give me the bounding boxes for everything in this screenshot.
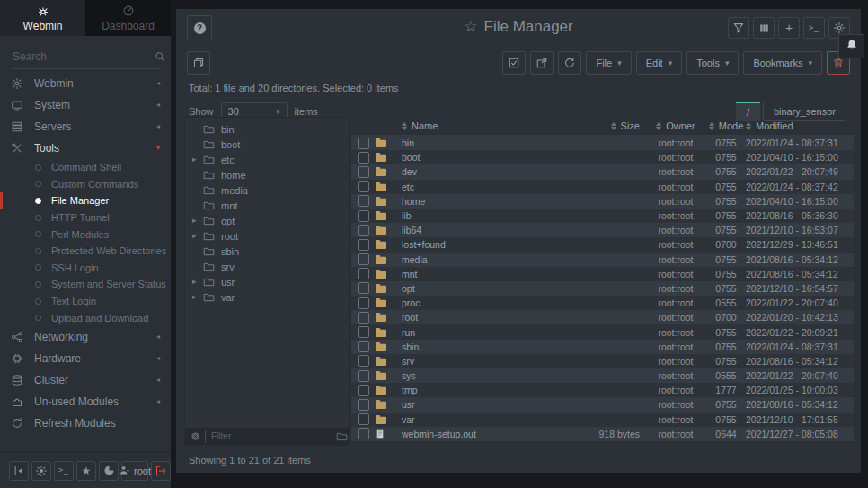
bookmarks-menu-button[interactable]: Bookmarks▾ [743,51,822,75]
sidebar-item-hardware[interactable]: Hardware◂ [0,348,171,369]
sidebar-item-webmin[interactable]: Webmin◂ [0,73,171,94]
row-checkbox[interactable] [358,268,369,279]
file-menu-button[interactable]: File▾ [586,51,631,75]
sort-icon[interactable] [709,122,714,130]
row-checkbox[interactable] [358,370,369,382]
tools-menu-button[interactable]: Tools▾ [686,51,739,75]
folder-icon[interactable] [336,431,348,442]
file-name[interactable]: boot [402,152,562,163]
edit-menu-button[interactable]: Edit▾ [636,51,683,75]
row-checkbox[interactable] [358,385,369,396]
column-header-size[interactable]: Size [562,120,645,131]
file-name[interactable]: tmp [402,385,562,395]
tree-item-boot[interactable]: boot [185,137,349,152]
sidebar-item-upload-and-download[interactable]: Upload and Download [0,309,171,326]
sidebar-item-system[interactable]: System◂ [0,94,171,116]
row-checkbox[interactable] [358,282,369,294]
column-header-modified[interactable]: Modified [746,120,854,131]
tree-item-etc[interactable]: ▸etc [185,152,349,167]
tab-webmin[interactable]: Webmin [0,0,85,36]
theme-button[interactable] [31,461,51,481]
file-name[interactable]: bin [402,138,562,148]
row-checkbox[interactable] [358,326,369,338]
row-checkbox[interactable] [358,297,369,309]
tree-item-bin[interactable]: bin [185,121,349,137]
sidebar-item-text-login[interactable]: Text Login [0,293,171,310]
tab-dashboard[interactable]: Dashboard [85,0,171,36]
logout-button[interactable] [151,461,171,481]
expand-icon[interactable]: ▸ [192,232,203,240]
help-button[interactable]: ? [187,15,212,40]
file-name[interactable]: sys [402,370,562,381]
sidebar-item-cluster[interactable]: Cluster◂ [0,369,171,391]
file-name[interactable]: root [402,312,562,323]
file-name[interactable]: run [402,327,562,338]
select-all-button[interactable] [502,51,526,75]
sidebar-item-custom-commands[interactable]: Custom Commands [0,176,171,193]
file-name[interactable]: mnt [402,269,562,279]
sort-icon[interactable] [611,122,616,130]
row-checkbox[interactable] [358,152,369,164]
copy-path-button[interactable] [187,51,210,75]
row-checkbox[interactable] [358,253,369,265]
sidebar-item-file-manager[interactable]: File Manager [0,192,171,209]
row-checkbox[interactable] [358,413,369,425]
expand-icon[interactable]: ▸ [192,278,203,286]
sidebar-item-http-tunnel[interactable]: HTTP Tunnel [0,209,171,226]
row-checkbox[interactable] [358,195,369,207]
tree-item-sbin[interactable]: sbin [185,244,349,259]
row-checkbox[interactable] [358,138,369,149]
sort-icon[interactable] [402,122,407,130]
terminal-button[interactable]: >_ [54,461,74,481]
sidebar-item-networking[interactable]: Networking◂ [0,326,171,348]
tree-item-usr[interactable]: ▸usr [185,274,349,289]
file-name[interactable]: etc [402,182,562,192]
sidebar-item-command-shell[interactable]: Command Shell [0,159,171,176]
expand-icon[interactable]: ▸ [192,155,203,164]
sidebar-item-tools[interactable]: Tools▾ [0,138,171,159]
sidebar-item-un-used-modules[interactable]: Un-used Modules◂ [0,391,171,413]
file-name[interactable]: media [402,254,562,265]
file-name[interactable]: lost+found [402,239,562,250]
tree-item-home[interactable]: home [185,167,349,182]
tree-filter-input[interactable] [205,430,332,443]
refresh-button[interactable] [558,51,581,75]
sidebar-item-servers[interactable]: Servers◂ [0,116,171,138]
sidebar-item-system-and-server-status[interactable]: System and Server Status [0,276,171,293]
row-checkbox[interactable] [358,239,369,251]
row-checkbox[interactable] [358,166,369,178]
language-button[interactable] [99,461,119,481]
notifications-button[interactable] [838,34,864,58]
file-name[interactable]: lib64 [402,225,562,235]
tree-item-srv[interactable]: srv [185,259,349,274]
row-checkbox[interactable] [358,399,369,411]
collapse-button[interactable] [9,461,29,481]
search-input[interactable] [11,49,154,64]
sidebar-item-protected-web-directories[interactable]: Protected Web Directories [0,243,171,260]
shell-button[interactable]: >_ [803,17,825,39]
sidebar-item-refresh-modules[interactable]: Refresh Modules [0,413,171,434]
tree-item-media[interactable]: media [185,182,349,198]
column-header-mode[interactable]: Mode [706,120,746,131]
column-header-name[interactable]: Name [402,120,562,131]
favorites-button[interactable]: ★ [76,461,96,481]
expand-icon[interactable]: ▸ [192,217,203,225]
tree-item-opt[interactable]: ▸opt [185,213,349,228]
export-button[interactable] [530,51,554,75]
tree-item-root[interactable]: ▸root [185,228,349,244]
columns-button[interactable] [753,17,775,39]
add-button[interactable]: + [778,17,800,39]
file-name[interactable]: webmin-setup.out [402,429,562,439]
tree-item-var[interactable]: ▸var [185,289,349,305]
clear-filter-icon[interactable] [190,431,200,441]
file-name[interactable]: sbin [402,342,562,352]
row-checkbox[interactable] [358,428,369,439]
file-name[interactable]: lib [402,210,562,221]
tree-item-mnt[interactable]: mnt [185,198,349,213]
row-checkbox[interactable] [358,312,369,324]
row-checkbox[interactable] [358,341,369,352]
file-name[interactable]: opt [402,283,562,294]
file-name[interactable]: srv [402,356,562,367]
sidebar-item-perl-modules[interactable]: Perl Modules [0,226,171,243]
file-name[interactable]: dev [402,166,562,177]
